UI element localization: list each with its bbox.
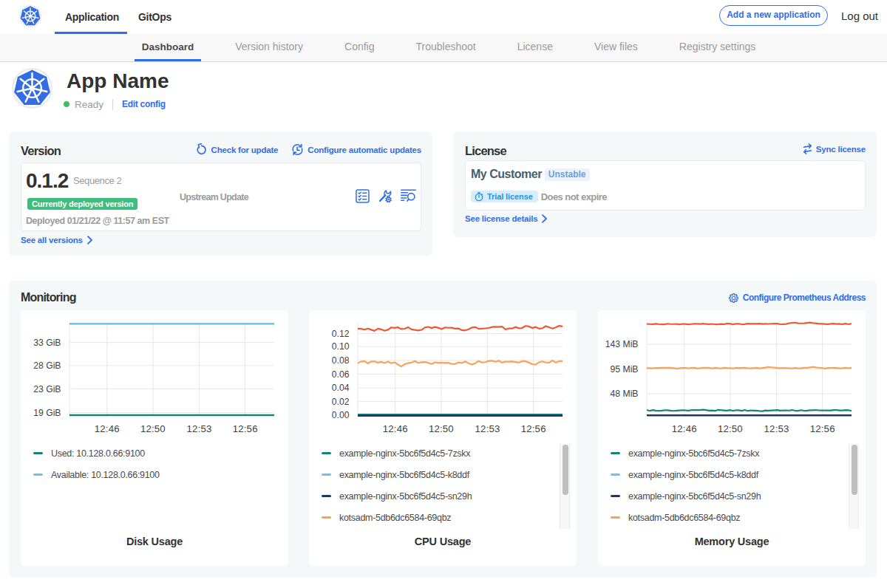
svg-text:12:46: 12:46 [383, 423, 408, 434]
svg-text:23 GiB: 23 GiB [33, 384, 61, 394]
svg-text:12:56: 12:56 [233, 423, 258, 434]
svg-text:0.12: 0.12 [332, 329, 350, 339]
svg-text:12:50: 12:50 [429, 423, 454, 434]
svg-text:143 MiB: 143 MiB [605, 339, 639, 349]
svg-text:0.10: 0.10 [332, 341, 350, 352]
svg-text:12:56: 12:56 [521, 423, 546, 434]
svg-text:48 MiB: 48 MiB [611, 389, 639, 399]
svg-text:0.08: 0.08 [332, 355, 350, 366]
svg-text:19 GiB: 19 GiB [33, 408, 61, 418]
svg-text:12:50: 12:50 [140, 423, 166, 434]
svg-text:12:53: 12:53 [475, 423, 500, 434]
svg-text:12:46: 12:46 [95, 423, 120, 434]
svg-text:12:53: 12:53 [764, 423, 789, 434]
svg-text:12:50: 12:50 [718, 423, 743, 434]
svg-text:33 GiB: 33 GiB [33, 338, 61, 348]
svg-text:28 GiB: 28 GiB [33, 360, 61, 371]
svg-text:0.02: 0.02 [332, 397, 350, 407]
svg-text:0.04: 0.04 [332, 383, 350, 393]
svg-text:95 MiB: 95 MiB [611, 364, 639, 375]
svg-text:12:46: 12:46 [672, 423, 697, 434]
svg-text:12:53: 12:53 [187, 423, 212, 434]
svg-text:0.06: 0.06 [332, 369, 350, 380]
svg-text:0.00: 0.00 [332, 410, 350, 420]
svg-text:12:56: 12:56 [810, 423, 835, 434]
